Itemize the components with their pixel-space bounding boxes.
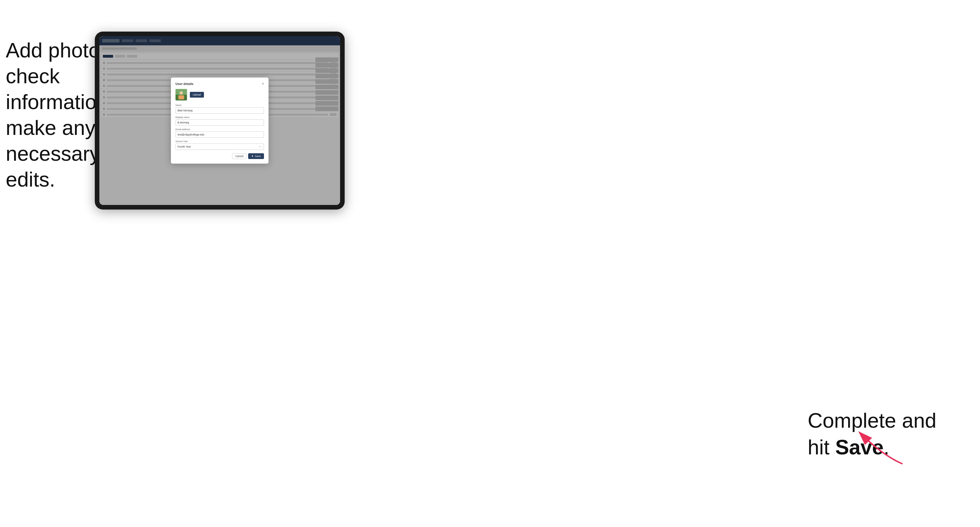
tablet-screen: User details × Upload — [99, 36, 340, 205]
modal-overlay: User details × Upload — [99, 36, 340, 205]
modal-title: User details — [175, 82, 193, 86]
school-year-select-wrapper: Fourth Year First Year Second Year Third… — [175, 143, 264, 150]
tablet-device: User details × Upload — [95, 32, 345, 210]
name-field-group: Name — [175, 104, 264, 114]
email-field-group: Email address — [175, 128, 264, 138]
school-year-label: School Year — [175, 140, 264, 143]
photo-row: Upload — [175, 89, 264, 100]
email-label: Email address — [175, 128, 264, 130]
right-annotation: Complete and hit Save. — [808, 407, 957, 461]
svg-rect-5 — [178, 95, 184, 99]
svg-point-4 — [180, 91, 183, 95]
close-button[interactable]: × — [262, 82, 264, 86]
school-year-field-group: School Year Fourth Year First Year Secon… — [175, 140, 264, 150]
display-name-label: Display name — [175, 116, 264, 119]
save-label: Save — [255, 155, 261, 157]
upload-photo-button[interactable]: Upload — [190, 92, 204, 98]
save-icon: ⬆ — [251, 155, 254, 157]
name-label: Name — [175, 104, 264, 106]
select-icons: × ⌄ — [259, 145, 263, 148]
cancel-button[interactable]: Cancel — [232, 153, 247, 159]
email-input[interactable] — [175, 132, 264, 138]
save-button[interactable]: ⬆ Save — [248, 153, 264, 159]
chevron-down-icon: ⌄ — [261, 146, 263, 148]
school-year-select[interactable]: Fourth Year First Year Second Year Third… — [175, 143, 264, 150]
display-name-field-group: Display name — [175, 116, 264, 126]
name-input[interactable] — [175, 107, 264, 114]
modal-footer: Cancel ⬆ Save — [175, 153, 264, 159]
user-details-modal: User details × Upload — [171, 78, 269, 163]
display-name-input[interactable] — [175, 119, 264, 126]
modal-header: User details × — [175, 82, 264, 86]
select-clear-icon[interactable]: × — [259, 145, 261, 148]
user-photo-thumbnail — [175, 89, 187, 100]
